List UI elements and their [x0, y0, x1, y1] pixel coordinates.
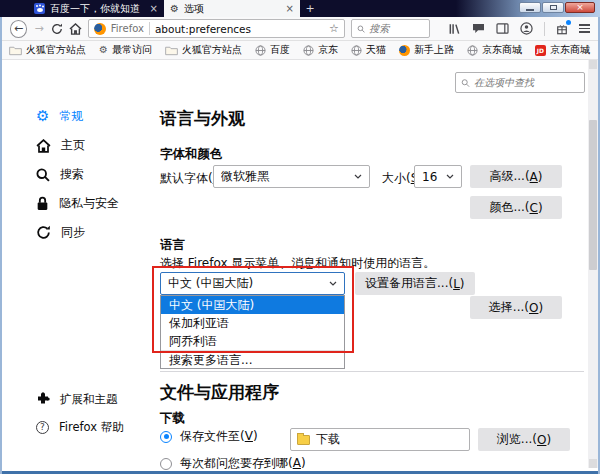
- always-ask-row: 每次都问您要存到哪(A): [160, 455, 306, 472]
- tab-close-icon[interactable]: ×: [286, 3, 294, 14]
- url-brand-label: Firefox: [111, 23, 144, 34]
- bookmark-most-visited[interactable]: ⚙ 最常访问: [99, 43, 152, 57]
- save-files-to-radio[interactable]: [160, 431, 172, 443]
- set-alternative-languages-button[interactable]: 设置备用语言...(L): [355, 272, 475, 295]
- sidebar-item-general[interactable]: ⚙ 常规: [2, 102, 150, 131]
- close-icon: ×: [576, 3, 584, 12]
- sidebar-item-label: 同步: [61, 224, 85, 241]
- always-ask-radio[interactable]: [160, 458, 172, 470]
- folder-icon: [9, 45, 22, 56]
- home-icon: [69, 23, 82, 35]
- whats-new-gift-icon[interactable]: [556, 23, 568, 35]
- always-ask-label: 每次都问您要存到哪(A): [180, 455, 306, 472]
- sidebar-item-search[interactable]: 搜索: [2, 160, 150, 189]
- navigation-toolbar: ← → Firefox about:preferences ☆: [2, 17, 598, 41]
- bookmarks-bar: 火狐官方站点 ⚙ 最常访问 火狐官方站点 百度 京东 天猫 新手上路 京东商城: [2, 41, 598, 60]
- search-icon: [357, 24, 365, 34]
- chevron-down-icon: [446, 174, 454, 179]
- restore-button[interactable]: [542, 2, 564, 13]
- choose-button[interactable]: 选择...(O): [470, 296, 562, 319]
- sidebar-item-label: 扩展和主题: [60, 392, 118, 407]
- pocket-icon[interactable]: [472, 23, 485, 34]
- bookmark-jd-mall-2[interactable]: JD 京东商城: [535, 43, 590, 57]
- sidebar-item-sync[interactable]: 同步: [2, 218, 150, 247]
- url-separator: [149, 22, 150, 35]
- tab-baidu[interactable]: 百度一下，你就知道 ×: [28, 0, 164, 17]
- home-button[interactable]: [69, 23, 82, 35]
- language-option[interactable]: 保加利亚语: [161, 314, 344, 332]
- sidebar-item-label: 隐私与安全: [59, 195, 119, 212]
- sidebar-item-firefox-help[interactable]: ? Firefox 帮助: [2, 413, 150, 441]
- bookmark-getting-started[interactable]: 新手上路: [399, 43, 454, 57]
- search-input[interactable]: [369, 23, 424, 34]
- sidebar-item-home[interactable]: 主页: [2, 131, 150, 160]
- library-icon[interactable]: [448, 23, 461, 35]
- address-bar[interactable]: Firefox about:preferences ☆: [88, 19, 345, 38]
- minimize-button[interactable]: [519, 2, 541, 13]
- puzzle-icon: [36, 392, 50, 406]
- bookmarks-overflow-chevron[interactable]: »: [583, 44, 590, 57]
- font-size-value: 16: [422, 170, 446, 184]
- bookmark-label: 新手上路: [414, 43, 454, 57]
- tab-close-icon[interactable]: ×: [150, 3, 158, 14]
- search-icon: [461, 78, 470, 88]
- tab-bar: 百度一下，你就知道 × ⚙ 选项 × + ×: [0, 0, 600, 17]
- download-folder-field[interactable]: 下载: [290, 428, 470, 451]
- chevron-down-icon: [329, 281, 337, 286]
- language-description: 选择 Firefox 显示菜单、消息和通知时使用的语言。: [160, 255, 435, 272]
- reload-button[interactable]: [51, 23, 63, 35]
- jd-icon: JD: [535, 45, 546, 56]
- bookmark-jd-mall[interactable]: 京东商城: [467, 43, 522, 57]
- bookmark-tmall[interactable]: 天猫: [351, 43, 386, 57]
- gear-icon: ⚙: [36, 109, 49, 124]
- find-in-options-input[interactable]: [474, 77, 579, 88]
- folder-icon: [297, 435, 310, 445]
- lock-icon: [36, 196, 49, 211]
- language-option-selected[interactable]: 中文 (中国大陆): [161, 296, 344, 314]
- save-files-to-row: 保存文件至(V): [160, 428, 258, 445]
- scroll-up-arrow[interactable]: [589, 60, 597, 69]
- browse-button[interactable]: 浏览...(O): [478, 428, 570, 451]
- account-icon[interactable]: [520, 22, 533, 35]
- tab-options[interactable]: ⚙ 选项 ×: [164, 0, 300, 17]
- menu-icon[interactable]: [579, 24, 590, 33]
- language-option[interactable]: 阿乔利语: [161, 332, 344, 350]
- font-size-select[interactable]: 16: [414, 165, 462, 188]
- language-option-search-more[interactable]: 搜索更多语言...: [161, 350, 344, 368]
- new-tab-button[interactable]: +: [300, 0, 320, 17]
- bookmark-jd[interactable]: 京东: [303, 43, 338, 57]
- toolbar-separator: [544, 22, 545, 36]
- back-button[interactable]: ←: [10, 20, 27, 38]
- url-value[interactable]: about:preferences: [155, 23, 324, 35]
- colors-button[interactable]: 颜色...(C): [470, 196, 562, 219]
- content-scrollbar[interactable]: [588, 60, 598, 468]
- home-icon: [36, 139, 51, 153]
- section-divider: [160, 371, 584, 372]
- bookmark-label: 百度: [270, 43, 290, 57]
- scroll-down-arrow[interactable]: [589, 459, 597, 468]
- ui-language-select[interactable]: 中文 (中国大陆): [160, 272, 345, 295]
- notification-dot: [566, 20, 571, 25]
- heading-language: 语言: [160, 237, 185, 254]
- sidebar-item-extensions-themes[interactable]: 扩展和主题: [2, 385, 150, 413]
- toolbar-icons: [448, 22, 590, 36]
- advanced-fonts-button[interactable]: 高级...(A): [470, 165, 562, 188]
- firefox-logo-icon: [94, 23, 106, 35]
- sync-icon: [36, 225, 51, 240]
- close-button[interactable]: ×: [565, 2, 595, 13]
- bookmark-folder[interactable]: 火狐官方站点: [165, 43, 242, 57]
- forward-button[interactable]: →: [33, 22, 44, 35]
- sidebar-item-privacy-security[interactable]: 隐私与安全: [2, 189, 150, 218]
- sidebar-toggle-icon[interactable]: [496, 23, 509, 34]
- bookmark-baidu[interactable]: 百度: [255, 43, 290, 57]
- scrollbar-thumb[interactable]: [589, 120, 597, 270]
- bookmark-star-icon[interactable]: ☆: [329, 22, 339, 35]
- search-bar[interactable]: [351, 19, 430, 38]
- gear-icon: ⚙: [99, 45, 108, 55]
- find-in-options-box[interactable]: [455, 72, 585, 93]
- preferences-sidebar: ⚙ 常规 主页 搜索 隐私与安全 同步 扩展和主题 ? Firefox 帮助: [2, 60, 150, 471]
- bookmark-folder[interactable]: 火狐官方站点: [9, 43, 86, 57]
- bookmark-label: 火狐官方站点: [182, 43, 242, 57]
- default-font-select[interactable]: 微软雅黑: [213, 165, 370, 188]
- bookmark-label: 天猫: [366, 43, 386, 57]
